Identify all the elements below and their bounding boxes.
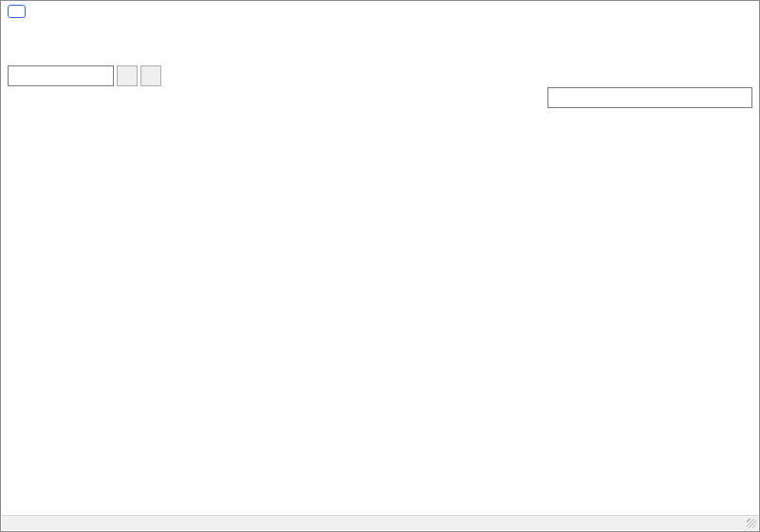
top-toolbar [1,38,759,59]
prev-month-button[interactable] [117,65,138,86]
next-month-button[interactable] [140,65,161,86]
info-area [1,65,759,86]
minimize-icon[interactable] [628,1,672,22]
maximize-icon[interactable] [672,1,715,22]
budget-combobox[interactable] [547,87,752,108]
menu-bar [1,22,759,38]
date-combobox[interactable] [8,65,114,86]
title-bar [1,1,759,22]
close-icon[interactable] [715,1,759,22]
resize-grip-icon[interactable] [747,519,756,528]
bottom-toolbar [2,493,758,517]
app-window [0,0,760,532]
date-selector-row [8,65,759,86]
window-controls [628,1,759,22]
app-icon [8,5,26,18]
status-bar [2,515,758,530]
